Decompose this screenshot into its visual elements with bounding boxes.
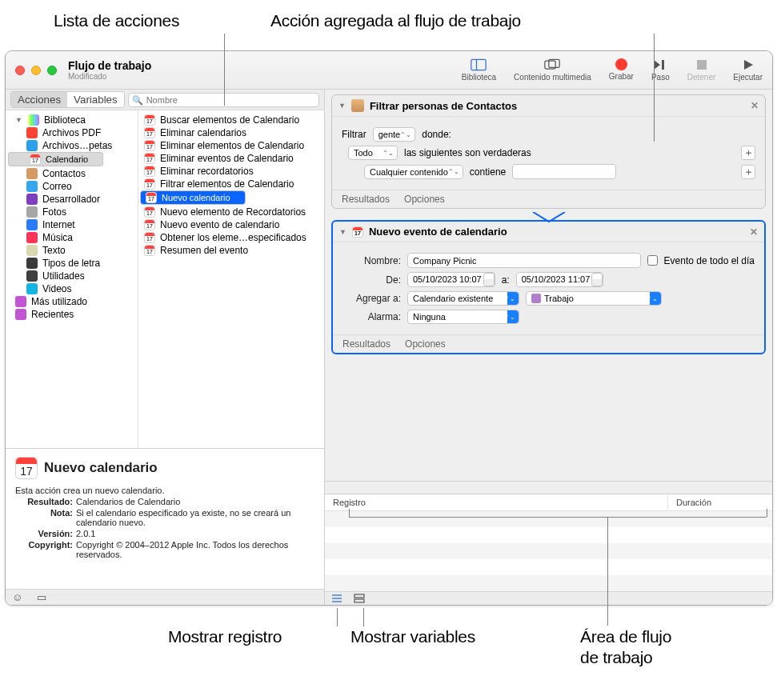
show-variables-button[interactable] [354, 594, 365, 603]
toolbar-library-button[interactable]: Biblioteca [462, 58, 496, 82]
results-tab[interactable]: Resultados [342, 194, 390, 205]
action-list-item[interactable]: Nuevo evento de calendario [140, 218, 322, 231]
library-item[interactable]: Correo [6, 180, 138, 193]
contains-label: contiene [470, 166, 506, 178]
from-date-input[interactable]: 05/10/2023 10:07 [407, 272, 495, 287]
action-list-item[interactable]: Buscar elementos de Calendario [140, 114, 322, 126]
library-item[interactable]: Videos [6, 282, 138, 295]
action-new-calendar-event[interactable]: ▼ Nuevo evento de calendario ✕ Nombre: E… [331, 220, 766, 354]
svg-rect-11 [354, 594, 364, 598]
allday-label: Evento de todo el día [664, 255, 755, 266]
action-list-item[interactable]: Obtener los eleme…especificados [140, 231, 322, 244]
action-list-item[interactable]: Filtrar elementos de Calendario [140, 178, 322, 190]
action-label: Buscar elementos de Calendario [160, 114, 299, 126]
options-tab[interactable]: Opciones [404, 194, 445, 205]
close-window-button[interactable] [15, 66, 25, 75]
footer-smiley-icon[interactable]: ☺ [12, 591, 22, 603]
toolbar-label: Biblioteca [462, 73, 496, 82]
action-list-item[interactable]: Eliminar recordatorios [140, 165, 322, 178]
toolbar-run-button[interactable]: Ejecutar [733, 58, 763, 82]
library-item[interactable]: Contactos [6, 167, 138, 180]
from-label: De: [342, 274, 401, 286]
alarm-select[interactable]: Ninguna⌃⌄ [407, 310, 519, 324]
action-list-item[interactable]: Eliminar calendarios [140, 126, 322, 139]
minimize-window-button[interactable] [31, 66, 41, 75]
action-list-item[interactable]: Eliminar eventos de Calendario [140, 152, 322, 165]
callout-line [349, 509, 350, 517]
filter-people-select[interactable]: gente⌃⌄ [373, 127, 416, 142]
action-list-item[interactable]: Resumen del evento [140, 244, 322, 257]
library-item-label: Texto [42, 245, 66, 256]
addto-select[interactable]: Calendario existente⌃⌄ [407, 291, 519, 306]
library-tree[interactable]: ▼BibliotecaArchivos PDFArchivos…petasCal… [6, 110, 138, 448]
action-footer: Resultados Opciones [332, 190, 765, 208]
library-item[interactable]: Tipos de letra [6, 257, 138, 270]
category-icon [26, 194, 38, 205]
event-name-input[interactable] [407, 253, 641, 268]
toolbar-media-button[interactable]: Contenido multimedia [514, 58, 591, 82]
following-label: las siguientes son verdaderas [404, 147, 531, 158]
log-col-registro[interactable]: Registro [325, 494, 668, 510]
calendar-select[interactable]: Trabajo⌃⌄ [526, 291, 662, 306]
library-item[interactable]: Desarrollador [6, 193, 138, 206]
close-icon[interactable]: ✕ [750, 226, 758, 238]
library-item-label: Utilidades [42, 270, 85, 282]
action-footer: Resultados Opciones [333, 334, 764, 353]
toolbar-stop-button[interactable]: Detener [687, 58, 716, 82]
toolbar-record-button[interactable]: Grabar [609, 58, 634, 81]
segment-variables[interactable]: Variables [67, 92, 124, 107]
library-smart-item[interactable]: Más utilizado [6, 295, 138, 308]
disclosure-icon[interactable]: ▼ [338, 102, 346, 110]
contains-input[interactable] [512, 164, 616, 179]
action-list-item[interactable]: Eliminar elementos de Calendario [140, 139, 322, 152]
library-smart-item[interactable]: Recientes [6, 308, 138, 321]
name-label: Nombre: [342, 255, 401, 266]
close-icon[interactable]: ✕ [751, 100, 759, 111]
add-rule-button[interactable]: ＋ [741, 146, 755, 160]
calendar-icon [144, 140, 155, 151]
results-tab[interactable]: Resultados [342, 338, 390, 350]
library-item[interactable]: Texto [6, 244, 138, 257]
info-ver-key: Versión: [15, 529, 73, 538]
info-title-row: Nuevo calendario [15, 457, 314, 479]
toolbar-label: Grabar [609, 72, 634, 81]
log-col-duracion[interactable]: Duración [668, 494, 772, 510]
alarm-label: Alarma: [342, 311, 401, 322]
library-item[interactable]: Utilidades [6, 270, 138, 282]
category-icon [26, 168, 38, 179]
callout-line [224, 34, 225, 106]
library-item[interactable]: Archivos…petas [6, 139, 138, 152]
segment-actions[interactable]: Acciones [11, 92, 67, 107]
action-list-item[interactable]: Nuevo calendario [140, 190, 246, 205]
filter-all-select[interactable]: Todo⌃⌄ [348, 146, 398, 160]
anycontent-select[interactable]: Cualquier contenido⌃⌄ [364, 165, 463, 179]
footer-expand-icon[interactable]: ▭ [37, 591, 46, 603]
action-label: Eliminar eventos de Calendario [160, 153, 294, 164]
action-list[interactable]: Buscar elementos de CalendarioEliminar c… [138, 110, 324, 448]
show-log-button[interactable] [331, 594, 342, 603]
action-body: Nombre: Evento de todo el día De: 05/10/… [333, 242, 764, 334]
disclosure-icon[interactable]: ▼ [339, 228, 346, 236]
action-filter-contacts[interactable]: ▼ Filtrar personas de Contactos ✕ Filtra… [331, 94, 766, 209]
library-item[interactable]: Archivos PDF [6, 126, 138, 139]
action-body: Filtrar gente⌃⌄ donde: Todo⌃⌄ las siguie… [332, 117, 765, 190]
library-item-label: Fotos [42, 206, 66, 218]
action-list-item[interactable]: Nuevo elemento de Recordatorios [140, 206, 322, 218]
allday-checkbox[interactable] [647, 255, 658, 266]
library-item[interactable]: Fotos [6, 206, 138, 218]
filter-label: Filtrar [342, 129, 366, 140]
add-condition-button[interactable]: ＋ [741, 165, 755, 179]
left-pane: Acciones Variables 🔍 ▼BibliotecaArchivos… [6, 90, 325, 605]
window-title: Flujo de trabajo [68, 59, 151, 72]
disclosure-icon[interactable]: ▼ [15, 116, 23, 124]
library-root[interactable]: ▼Biblioteca [6, 114, 138, 126]
library-item-label: Internet [42, 219, 75, 230]
svg-marker-7 [744, 60, 753, 70]
to-date-input[interactable]: 05/10/2023 11:07 [516, 272, 604, 287]
library-item[interactable]: Música [6, 231, 138, 244]
workflow-scroll[interactable]: ▼ Filtrar personas de Contactos ✕ Filtra… [325, 90, 772, 481]
library-item[interactable]: Internet [6, 218, 138, 231]
zoom-window-button[interactable] [47, 66, 57, 75]
library-item[interactable]: Calendario [8, 152, 103, 166]
options-tab[interactable]: Opciones [405, 338, 446, 350]
